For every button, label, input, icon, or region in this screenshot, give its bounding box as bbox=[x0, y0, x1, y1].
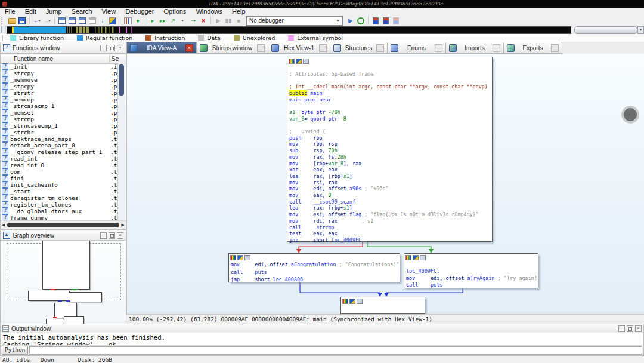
window-tile-button[interactable] bbox=[78, 16, 87, 25]
ida-graph-view[interactable]: ; Attributes: bp-based frame ; int __cde… bbox=[126, 54, 644, 314]
graph-overview-restore-button[interactable] bbox=[100, 232, 107, 239]
start-process-button[interactable]: ▶ bbox=[213, 16, 223, 25]
block-title-bar[interactable] bbox=[404, 254, 538, 260]
function-row[interactable]: f_strchr.p bbox=[1, 129, 118, 136]
tab-imports[interactable]: Imports bbox=[446, 42, 504, 54]
debugger-select[interactable]: No debugger ▼ bbox=[246, 16, 343, 26]
output-close-button[interactable]: × bbox=[635, 325, 642, 332]
window-list-button[interactable] bbox=[57, 16, 67, 25]
column-function-name[interactable]: Function name bbox=[14, 56, 53, 62]
scrollbar-thumb[interactable] bbox=[119, 64, 124, 96]
save-button[interactable] bbox=[17, 16, 27, 25]
output-restore-button[interactable] bbox=[618, 325, 625, 332]
function-row[interactable]: ffini.t bbox=[1, 175, 118, 182]
functions-vertical-scrollbar[interactable] bbox=[117, 63, 125, 220]
graph-overview-minimap[interactable] bbox=[1, 241, 126, 324]
stop-process-button[interactable]: ■ bbox=[234, 16, 243, 25]
block-title-bar[interactable] bbox=[287, 57, 492, 64]
attach-button[interactable]: ➝ bbox=[188, 16, 198, 25]
block-edit-icon[interactable] bbox=[349, 299, 355, 304]
basic-block-join[interactable] bbox=[340, 297, 425, 314]
tab-ida-view-a[interactable]: IDA View-A× bbox=[126, 42, 197, 54]
navigate-forward-button[interactable]: →▾ bbox=[42, 16, 52, 25]
function-row[interactable]: f_strcpy.p bbox=[1, 70, 118, 76]
tab-enums[interactable]: Enums bbox=[388, 42, 446, 54]
block-frame-icon[interactable] bbox=[357, 299, 363, 304]
function-row[interactable]: f_strcasecmp_1.p bbox=[1, 103, 118, 109]
block-title-bar[interactable] bbox=[229, 254, 400, 260]
function-row[interactable]: f_init.i bbox=[1, 63, 118, 70]
function-row[interactable]: fread_int_0.t bbox=[1, 162, 118, 168]
block-color-icon[interactable] bbox=[289, 59, 295, 64]
basic-block-try-again[interactable]: loc_4009FC:mov edi, offset aTryAgain ; "… bbox=[404, 253, 538, 288]
functions-column-header[interactable]: Function name Se bbox=[1, 54, 126, 64]
navband-drag-handle[interactable] bbox=[1, 26, 6, 33]
navigation-band[interactable] bbox=[7, 26, 571, 34]
tab-detach-icon[interactable] bbox=[376, 44, 384, 52]
tab-detach-icon[interactable] bbox=[493, 44, 500, 52]
menu-item-edit[interactable]: Edit bbox=[20, 8, 41, 16]
function-row[interactable]: f_stpcpy.p bbox=[1, 83, 118, 90]
basic-block-congratulations[interactable]: mov edi, offset aCongratulation ; "Congr… bbox=[228, 253, 400, 282]
pause-process-button[interactable]: ▮▮ bbox=[224, 16, 233, 25]
graph-overview-float-button[interactable] bbox=[109, 232, 115, 239]
toolbar-drag-handle[interactable] bbox=[1, 17, 5, 24]
tab-detach-icon[interactable] bbox=[435, 44, 442, 52]
jump-down-button[interactable]: ↓ bbox=[98, 16, 107, 25]
add-breakpoint-button[interactable] bbox=[381, 16, 391, 25]
menu-item-view[interactable]: View bbox=[97, 8, 120, 16]
cancel-analysis-button[interactable]: × bbox=[199, 16, 208, 25]
function-row[interactable]: f_memmove.p bbox=[1, 76, 118, 83]
block-frame-icon[interactable] bbox=[303, 59, 309, 64]
run-until-return-button[interactable]: ↗ bbox=[168, 16, 178, 25]
basic-block-main[interactable]: ; Attributes: bp-based frame ; int __cde… bbox=[287, 57, 493, 242]
scroll-right-icon[interactable]: ▶ bbox=[120, 223, 126, 227]
navigator-button[interactable] bbox=[123, 16, 132, 25]
output-float-button[interactable] bbox=[627, 325, 633, 332]
function-row[interactable]: f_start.t bbox=[1, 188, 118, 195]
tab-close-icon[interactable]: × bbox=[185, 44, 193, 52]
block-edit-icon[interactable] bbox=[413, 255, 419, 260]
graph-overview-close-button[interactable]: × bbox=[117, 232, 123, 239]
scroll-left-icon[interactable]: ◀ bbox=[1, 223, 7, 227]
python-command-input[interactable] bbox=[29, 346, 642, 355]
python-interpreter-button[interactable]: Python bbox=[2, 346, 28, 355]
function-row[interactable]: fbacktrace_and_maps.t bbox=[1, 136, 118, 142]
functions-horizontal-scrollbar[interactable]: ◀ ▶ bbox=[1, 220, 126, 229]
block-title-bar[interactable] bbox=[341, 297, 425, 304]
function-row[interactable]: f_memset.p bbox=[1, 109, 118, 116]
function-row[interactable]: fregister_tm_clones.t bbox=[1, 201, 118, 208]
scrollbar-thumb[interactable] bbox=[7, 223, 119, 227]
navband-zoom-scrollbar[interactable] bbox=[574, 26, 637, 34]
window-close-all-button[interactable] bbox=[88, 16, 97, 25]
function-row[interactable]: f__do_global_dtors_aux.t bbox=[1, 208, 118, 214]
block-frame-icon[interactable] bbox=[244, 255, 250, 260]
tab-detach-icon[interactable] bbox=[257, 44, 265, 52]
functions-float-button[interactable] bbox=[109, 45, 115, 51]
refresh-button[interactable] bbox=[356, 16, 366, 25]
function-row[interactable]: finit_cacheinfo.t bbox=[1, 182, 118, 188]
debug-dropdown-button[interactable]: ▾ bbox=[178, 16, 188, 25]
breakpoint-list-button[interactable] bbox=[371, 16, 380, 25]
function-row[interactable]: f_strcmp.p bbox=[1, 116, 118, 122]
block-edit-icon[interactable] bbox=[237, 255, 243, 260]
block-color-icon[interactable] bbox=[342, 299, 348, 304]
tab-strings-window[interactable]: Strings window bbox=[197, 42, 268, 54]
block-edit-icon[interactable] bbox=[296, 59, 302, 64]
function-row[interactable]: fread_int.t bbox=[1, 155, 118, 162]
disabled-breakpoint-button[interactable] bbox=[391, 16, 401, 25]
navigate-back-button[interactable]: ←▾ bbox=[32, 16, 42, 25]
functions-close-button[interactable]: × bbox=[117, 45, 123, 51]
tab-detach-icon[interactable] bbox=[319, 44, 327, 52]
block-frame-icon[interactable] bbox=[420, 255, 426, 260]
jump-target-button[interactable] bbox=[108, 16, 117, 25]
function-row[interactable]: fderegister_tm_clones.t bbox=[1, 195, 118, 201]
function-row[interactable]: fframe_dummy.t bbox=[1, 214, 118, 220]
menu-item-file[interactable]: File bbox=[0, 8, 20, 16]
menu-item-debugger[interactable]: Debugger bbox=[120, 8, 159, 16]
menu-item-options[interactable]: Options bbox=[159, 8, 191, 16]
navband-options-button[interactable]: ▼ bbox=[637, 26, 644, 34]
block-color-icon[interactable] bbox=[230, 255, 236, 260]
functions-restore-button[interactable] bbox=[100, 45, 107, 51]
function-row[interactable]: fdetach_arena_part_0.t bbox=[1, 142, 118, 149]
